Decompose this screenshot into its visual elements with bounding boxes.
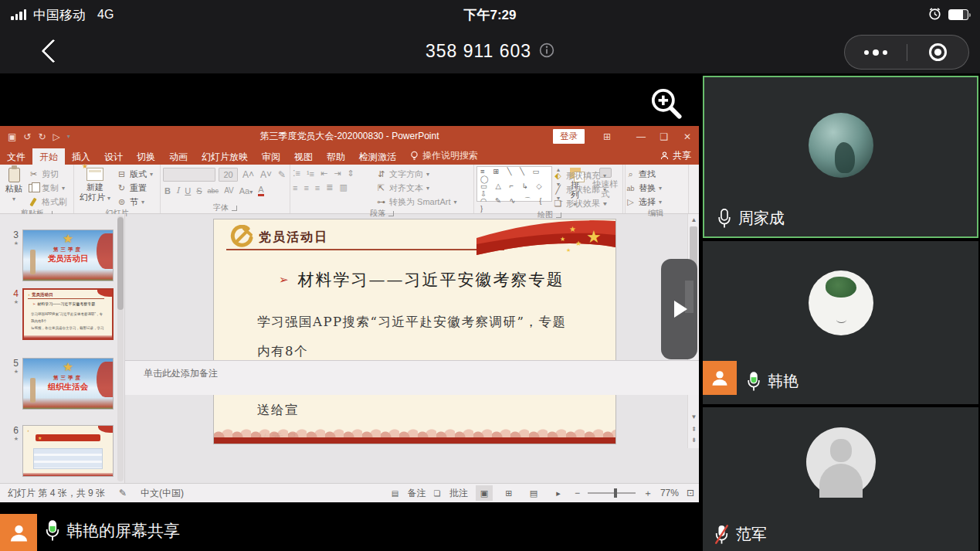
shapes-gallery[interactable]: ≡ ⊞ ╲ ╲ ▭ ◯ ▭ △ ⌐ ↳ ◇ ⇩ ◠ ✎ ∿ ⌒ { } (476, 166, 552, 202)
font-size-box[interactable]: 20 (219, 168, 238, 182)
tab-transitions[interactable]: 切换 (130, 148, 162, 165)
tab-design[interactable]: 设计 (97, 148, 130, 165)
next-slide-icon[interactable]: ⇟ (688, 437, 700, 444)
language-label[interactable]: 中文(中国) (141, 487, 184, 500)
avatar (809, 270, 873, 335)
tab-insert[interactable]: 插入 (65, 148, 97, 165)
thumbnail-slide-6[interactable]: 6★ (5, 425, 114, 477)
thumbnail-slide-5[interactable]: 5★ ★ 第三季度 组织生活会 (5, 358, 114, 410)
slide-sorter-view-button[interactable]: ⊞ (500, 485, 517, 501)
fit-slide-icon[interactable]: ⊡ (687, 488, 694, 498)
bullets-icon[interactable]: ⁚≡ (293, 168, 300, 179)
case-button[interactable]: Aa▾ (239, 186, 253, 196)
strikethrough-button[interactable]: abc (208, 187, 219, 195)
tell-me-search[interactable]: 操作说明搜索 (403, 147, 485, 165)
expand-panel-handle[interactable] (661, 259, 697, 359)
party-emblem-icon: ★ (63, 360, 73, 374)
zoom-in-button[interactable] (646, 83, 687, 124)
paste-button[interactable]: 粘贴▾ (2, 166, 25, 204)
shape-fill-button[interactable]: ⬖形状填充▾ (553, 170, 606, 182)
save-icon[interactable]: ▣ (8, 131, 16, 142)
text-direction-button[interactable]: ⇵文字方向▾ (376, 168, 456, 180)
cut-button[interactable]: ✂剪切 (29, 168, 67, 180)
kerning-button[interactable]: AV (224, 186, 234, 195)
info-icon[interactable] (539, 43, 554, 61)
participant-tile-active[interactable]: 周家成 (703, 76, 978, 238)
align-center-icon[interactable]: ≡ (303, 183, 308, 192)
spellcheck-icon[interactable]: ✎ (119, 488, 127, 498)
layout-button[interactable]: ⊟版式▾ (117, 168, 153, 180)
copy-button[interactable]: 复制▾ (29, 182, 67, 194)
format-painter-button[interactable]: 格式刷 (29, 196, 67, 208)
redo-icon[interactable]: ↻ (38, 131, 46, 142)
participant-tile-sharing[interactable]: 韩艳 (703, 241, 978, 404)
mic-on-icon (717, 208, 732, 229)
tab-slideshow[interactable]: 幻灯片放映 (195, 148, 255, 165)
underline-button[interactable]: U (185, 186, 191, 196)
tab-addin[interactable]: 检测激活 (352, 148, 403, 165)
share-button[interactable]: 共享 (660, 149, 691, 162)
scroll-down-icon[interactable]: ▼ (688, 413, 700, 420)
align-left-icon[interactable]: ≡ (293, 183, 297, 192)
font-dialog-launcher[interactable] (232, 206, 237, 211)
reading-view-button[interactable]: ▤ (525, 485, 542, 501)
party-emblem-icon: ★ (63, 232, 73, 246)
comments-toggle[interactable]: ❏ 批注 (434, 487, 468, 500)
align-text-button[interactable]: ⇱对齐文本▾ (376, 182, 456, 194)
capsule-circle-button[interactable] (907, 42, 969, 63)
previous-slide-icon[interactable]: ⇞ (688, 426, 700, 433)
normal-view-button[interactable]: ▣ (476, 485, 493, 501)
scroll-up-icon[interactable]: ▲ (688, 216, 700, 223)
font-color-button[interactable]: A (258, 185, 263, 196)
clear-format-icon[interactable]: ✎ (276, 169, 287, 180)
thumbnail-slide-3[interactable]: 3★ ★ 第三季度 党员活动日 (5, 230, 114, 281)
zoom-in-icon[interactable]: ＋ (643, 487, 653, 500)
line-spacing-icon[interactable]: ⇕ (347, 168, 354, 179)
tab-file[interactable]: 文件 (0, 148, 32, 165)
columns-icon[interactable]: ▥ (339, 182, 347, 192)
shadow-button[interactable]: S (196, 186, 202, 196)
numbering-icon[interactable]: ¹≡ (307, 169, 314, 179)
shape-effects-button[interactable]: ❏形状效果▾ (553, 198, 606, 209)
tab-review[interactable]: 审阅 (255, 148, 287, 165)
ribbon-display-icon[interactable]: ⊞ (595, 126, 619, 147)
indent-less-icon[interactable]: ⇤ (320, 168, 327, 179)
zoom-out-icon[interactable]: − (575, 488, 580, 498)
tab-view[interactable]: 视图 (287, 148, 320, 165)
tab-help[interactable]: 帮助 (320, 148, 352, 165)
section-button[interactable]: ⊜节▾ (117, 196, 153, 208)
login-button[interactable]: 登录 (553, 129, 585, 144)
mic-speaking-icon (44, 519, 61, 545)
slide-bullet-line: ➢材料学习——习近平安徽考察专题 (279, 269, 565, 291)
undo-icon[interactable]: ↺ (23, 131, 31, 142)
restore-button[interactable]: ❑ (653, 126, 676, 147)
zoom-slider[interactable] (588, 492, 636, 494)
current-slide[interactable]: 党员活动日 ★ ★ ★ ★ ★ (213, 219, 616, 444)
close-button[interactable]: ✕ (676, 126, 699, 147)
smartart-button[interactable]: ⊶转换为 SmartArt▾ (376, 196, 456, 208)
more-button[interactable] (845, 49, 907, 56)
slideshow-icon[interactable]: ▷ (53, 131, 59, 142)
zoom-level-label[interactable]: 77% (660, 488, 679, 498)
slideshow-view-button[interactable]: ▸ (550, 485, 567, 501)
indent-more-icon[interactable]: ⇥ (334, 168, 341, 179)
shape-outline-button[interactable]: ╱形状轮廓▾ (553, 184, 606, 196)
shared-screen-view[interactable]: ▣ ↺ ↻ ▷ ▾ 第三季度党员大会-202000830 - PowerPoin… (0, 73, 701, 510)
justify-icon[interactable]: ≣ (326, 182, 333, 192)
bold-button[interactable]: B (164, 186, 171, 196)
qat-customize-icon[interactable]: ▾ (67, 133, 70, 140)
minimize-button[interactable]: — (629, 126, 653, 147)
participant-tile-muted[interactable]: 范军 (703, 407, 978, 551)
grow-font-icon[interactable]: A˄ (241, 169, 256, 180)
shrink-font-icon[interactable]: A˅ (259, 169, 273, 180)
notes-toggle[interactable]: ▤ 备注 (392, 487, 426, 500)
tab-home[interactable]: 开始 (32, 148, 65, 165)
italic-button[interactable]: I (176, 185, 179, 196)
tab-animations[interactable]: 动画 (162, 148, 195, 165)
new-slide-button[interactable]: 新建幻灯片 ▾ (76, 166, 114, 203)
notes-pane[interactable]: 单击此处添加备注 (125, 360, 699, 395)
font-name-box[interactable] (163, 168, 215, 182)
thumbnail-slide-4-selected[interactable]: 4★ 党员活动日 ➢材料学习——习近平安徽考察专题 学习强国APP搜索“习近平赴… (5, 288, 114, 340)
align-right-icon[interactable]: ≡ (315, 183, 320, 192)
reset-button[interactable]: ↻重置 (117, 182, 153, 194)
